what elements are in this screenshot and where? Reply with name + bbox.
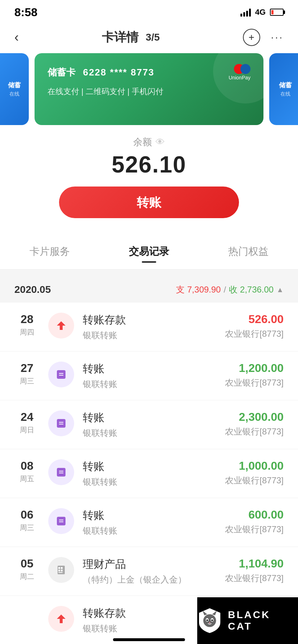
status-bar: 8:58 4G: [0, 0, 298, 22]
balance-label-row: 余额 👁: [133, 136, 165, 148]
month-expense: 支 7,309.90: [176, 284, 221, 295]
balance-section: 余额 👁 526.10 转账: [0, 125, 298, 234]
transaction-section: 2020.05 支 7,309.90 / 收 2,736.00 ▲ 28 周四 …: [0, 270, 298, 644]
svg-point-27: [211, 620, 213, 621]
tx-info: 转账 银联转账: [83, 508, 216, 537]
table-row[interactable]: 27 周三 转账 银联转账 1,200.00 农业银行[8773]: [0, 351, 298, 400]
table-row[interactable]: 05 周二 理财产品 （特约）上金（银企入金） 1,104.90 农业银行[87…: [0, 547, 298, 596]
tx-sub: 银联转账: [83, 476, 216, 488]
svg-point-21: [203, 614, 216, 627]
battery-icon: [270, 9, 284, 16]
tx-icon: [48, 362, 74, 387]
back-button[interactable]: ‹: [14, 30, 19, 45]
tx-bank: 农业银行[8773]: [225, 475, 284, 486]
tx-amounts: 1,104.90 农业银行[8773]: [225, 557, 284, 584]
add-button[interactable]: +: [243, 29, 260, 46]
svg-point-26: [206, 620, 208, 621]
tx-name: 转账: [83, 362, 216, 376]
unionpay-text: UnionPay: [229, 75, 250, 80]
tx-icon: [48, 410, 74, 436]
transfer-button[interactable]: 转账: [59, 187, 239, 218]
svg-rect-16: [61, 570, 63, 571]
tab-card-service[interactable]: 卡片服务: [22, 241, 77, 262]
tx-name: 转账存款: [83, 313, 216, 327]
unionpay-logo: UnionPay: [229, 64, 250, 80]
tx-sub: 银联转账: [83, 378, 216, 390]
tx-amounts: 600.00 农业银行[8773]: [225, 508, 284, 535]
card-scroll-area: 储蓄 在线 储蓄卡 6228 **** 8773 UnionPay 在: [0, 53, 298, 125]
svg-rect-4: [59, 422, 63, 423]
tx-info: 转账存款 银联转账: [83, 606, 216, 634]
black-cat-inner: BLACK CAT: [197, 606, 298, 635]
tx-icon: [48, 313, 74, 339]
tx-name: 转账存款: [83, 606, 216, 621]
tx-amounts: 1,000.00 农业银行[8773]: [225, 459, 284, 486]
tab-hot-rights[interactable]: 热门权益: [221, 241, 276, 262]
tx-day: 27: [14, 362, 40, 375]
month-summary: 支 7,309.90 / 收 2,736.00 ▲: [176, 284, 284, 295]
svg-rect-3: [57, 419, 66, 428]
tx-day: 05: [14, 557, 40, 570]
svg-rect-14: [61, 567, 63, 569]
tx-sub: 银联转账: [83, 427, 216, 439]
home-indicator: [113, 638, 185, 641]
table-row[interactable]: 28 周四 转账存款 银联转账 526.00 农业银行[8773]: [0, 303, 298, 351]
tx-amount: 600.00: [225, 508, 284, 521]
page-indicator: 3/5: [146, 32, 160, 43]
unionpay-circles: [234, 64, 250, 74]
tx-amounts: 2,300.00 农业银行[8773]: [225, 410, 284, 437]
tx-amounts: 1,200.00 农业银行[8773]: [225, 362, 284, 388]
tx-name: 转账: [83, 508, 216, 523]
tx-bank: 农业银行[8773]: [225, 572, 284, 584]
tx-icon: [48, 557, 74, 583]
tx-weekday: 周五: [14, 474, 40, 484]
right-card-label1: 储蓄: [279, 81, 292, 89]
page-current: 3: [146, 32, 152, 43]
tx-weekday: 周二: [14, 572, 40, 581]
eye-icon[interactable]: 👁: [155, 137, 165, 148]
tx-day: 28: [14, 313, 40, 326]
month-label: 2020.05: [14, 284, 51, 295]
page-title: 卡详情: [102, 29, 139, 46]
svg-rect-0: [57, 370, 66, 379]
card-right-partial[interactable]: 储蓄 在线: [269, 53, 298, 125]
main-card[interactable]: 储蓄卡 6228 **** 8773 UnionPay 在线支付 | 二维码支付…: [35, 53, 263, 125]
table-row[interactable]: 24 周日 转账 银联转账 2,300.00 农业银行[8773]: [0, 400, 298, 449]
table-row[interactable]: 06 周三 转账 银联转账 600.00 农业银行[8773]: [0, 498, 298, 547]
page-total: 5: [154, 32, 160, 43]
card-left-partial[interactable]: 储蓄 在线: [0, 53, 29, 125]
more-button[interactable]: ···: [271, 32, 284, 43]
nav-actions: + ···: [243, 29, 284, 46]
card-number: 6228 **** 8773: [83, 67, 154, 78]
svg-rect-2: [59, 375, 63, 376]
table-row[interactable]: 08 周五 转账 银联转账 1,000.00 农业银行[8773]: [0, 449, 298, 498]
collapse-icon[interactable]: ▲: [276, 286, 284, 294]
tx-name: 理财产品: [83, 557, 216, 572]
tx-info: 转账存款 银联转账: [83, 313, 216, 341]
card-container: 储蓄 在线 储蓄卡 6228 **** 8773 UnionPay 在: [0, 53, 298, 125]
tx-info: 理财产品 （特约）上金（银企入金）: [83, 557, 216, 585]
left-card-label1: 储蓄: [8, 81, 21, 89]
month-header: 2020.05 支 7,309.90 / 收 2,736.00 ▲: [0, 277, 298, 303]
tx-amount: 1,104.90: [225, 557, 284, 570]
tx-info: 转账 银联转账: [83, 459, 216, 488]
svg-rect-17: [58, 572, 63, 573]
svg-rect-8: [59, 473, 63, 473]
tx-weekday: 周日: [14, 425, 40, 435]
transaction-list: 28 周四 转账存款 银联转账 526.00 农业银行[8773] 27 周三: [0, 303, 298, 644]
black-cat-watermark[interactable]: BLACK CAT: [197, 597, 298, 644]
tx-weekday: 周三: [14, 376, 40, 386]
tx-bank: 农业银行[8773]: [225, 377, 284, 388]
tx-bank: 农业银行[8773]: [225, 524, 284, 535]
tab-tx-record[interactable]: 交易记录: [122, 241, 176, 262]
tx-icon: [48, 508, 74, 534]
svg-point-28: [209, 622, 211, 623]
status-icons: 4G: [240, 8, 284, 17]
status-time: 8:58: [14, 6, 37, 19]
tx-name: 转账: [83, 459, 216, 474]
tx-date: 24 周日: [14, 410, 40, 435]
tx-date: 27 周三: [14, 362, 40, 386]
balance-label: 余额: [133, 136, 152, 148]
tx-weekday: 周三: [14, 523, 40, 533]
tx-name: 转账: [83, 410, 216, 425]
